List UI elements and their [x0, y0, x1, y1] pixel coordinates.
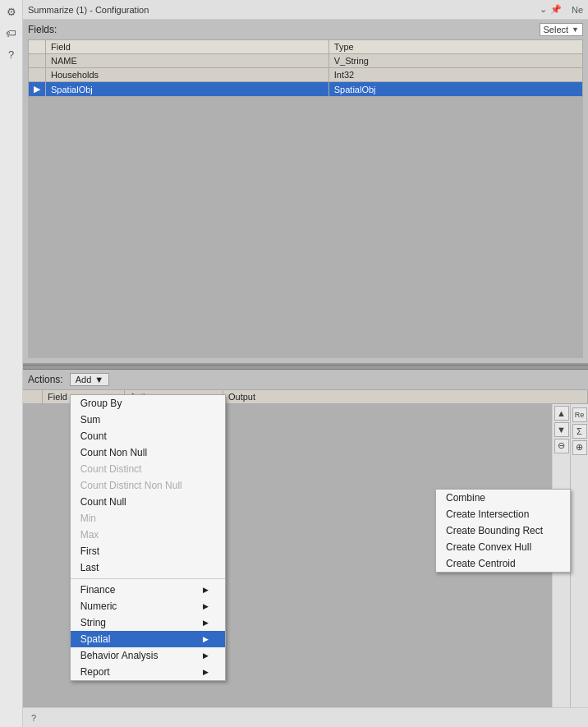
add-dropdown-container: Add ▼ Group By Sum Count: [70, 373, 109, 386]
col-field-header: Field: [46, 40, 329, 54]
submenu-arrow-icon: ▶: [203, 586, 209, 594]
field-type: SpatialObj: [328, 82, 582, 97]
re-panel: Re Σ ⊕: [570, 404, 588, 708]
menu-item-sum[interactable]: Sum: [71, 412, 225, 428]
field-name: Households: [46, 68, 329, 82]
dropdown-arrow-icon: ▼: [572, 25, 579, 34]
row-arrow: [29, 54, 46, 68]
spatial-menu-create-centroid[interactable]: Create Centroid: [436, 555, 570, 572]
menu-item-count-non-null[interactable]: Count Non Null: [71, 444, 225, 461]
re-icon[interactable]: Re: [572, 407, 587, 422]
table-row[interactable]: NAME V_String: [29, 54, 583, 68]
menu-item-finance[interactable]: Finance ▶: [71, 582, 225, 598]
col-type-header: Type: [328, 40, 582, 54]
submenu-arrow-icon: ▶: [203, 602, 209, 610]
add-label: Add: [76, 375, 92, 384]
actions-header: Actions: Add ▼ Group By Sum: [23, 373, 588, 389]
actions-label: Actions:: [28, 374, 63, 385]
field-name: SpatialObj: [46, 82, 329, 97]
chevron-down-icon[interactable]: ⌄: [540, 4, 547, 15]
fields-header: Fields: Select ▼: [28, 23, 583, 36]
spatial-submenu: Combine Create Intersection Create Bound…: [435, 489, 571, 573]
ne-label: Ne: [572, 5, 583, 15]
menu-separator-1: [71, 578, 225, 579]
col-arrow-header: [29, 40, 46, 54]
fields-section: Fields: Select ▼ Field Type: [23, 20, 588, 365]
gear-icon[interactable]: ⚙: [3, 3, 20, 20]
spatial-menu-create-convex-hull[interactable]: Create Convex Hull: [436, 539, 570, 555]
menu-item-string[interactable]: String ▶: [71, 614, 225, 631]
add-icon[interactable]: ⊕: [572, 440, 587, 455]
submenu-arrow-icon: ▶: [203, 635, 209, 643]
spatial-menu-create-bounding-rect[interactable]: Create Bounding Rect: [436, 522, 570, 539]
table-row-selected[interactable]: ▶ SpatialObj SpatialObj: [29, 82, 583, 97]
col-output-header: Output: [223, 390, 588, 403]
left-sidebar: ⚙ 🏷 ?: [0, 0, 23, 727]
menu-item-min: Min: [71, 510, 225, 527]
menu-item-count-distinct: Count Distinct: [71, 461, 225, 477]
menu-item-max: Max: [71, 527, 225, 543]
add-button[interactable]: Add ▼: [70, 373, 109, 386]
move-down-icon[interactable]: ▼: [554, 422, 569, 437]
remove-icon[interactable]: ⊖: [554, 439, 569, 453]
field-type: V_String: [328, 54, 582, 68]
menu-item-first[interactable]: First: [71, 543, 225, 559]
select-dropdown[interactable]: Select ▼: [540, 23, 584, 36]
submenu-arrow-icon: ▶: [203, 619, 209, 627]
bottom-help-icon[interactable]: ?: [26, 711, 41, 725]
content-area: Summarize (1) - Configuration ⌄ 📌 Ne Fie…: [23, 0, 588, 727]
fields-gray-area: [28, 97, 583, 358]
bottom-bar: ?: [23, 707, 588, 727]
fields-label: Fields:: [28, 24, 57, 35]
fields-table: Field Type NAME V_String Households Int3…: [28, 39, 583, 97]
field-name: NAME: [46, 54, 329, 68]
menu-item-count[interactable]: Count: [71, 428, 225, 444]
sigma-icon[interactable]: Σ: [572, 424, 587, 439]
title-bar: Summarize (1) - Configuration ⌄ 📌 Ne: [23, 0, 588, 20]
title-bar-icons: ⌄ 📌 Ne: [540, 4, 583, 15]
menu-item-group-by[interactable]: Group By: [71, 395, 225, 412]
main-panel: ⚙ 🏷 ? Summarize (1) - Configuration ⌄ 📌 …: [0, 0, 588, 727]
submenu-arrow-icon: ▶: [203, 668, 209, 676]
spatial-menu-create-intersection[interactable]: Create Intersection: [436, 506, 570, 522]
menu-item-last[interactable]: Last: [71, 559, 225, 576]
field-type: Int32: [328, 68, 582, 82]
table-row[interactable]: Households Int32: [29, 68, 583, 82]
submenu-arrow-icon: ▶: [203, 651, 209, 660]
move-up-icon[interactable]: ▲: [554, 406, 569, 421]
pin-icon[interactable]: 📌: [550, 4, 562, 15]
help-icon[interactable]: ?: [3, 46, 20, 62]
menu-item-count-distinct-non-null: Count Distinct Non Null: [71, 477, 225, 494]
add-dropdown-arrow-icon: ▼: [94, 375, 103, 384]
menu-item-report[interactable]: Report ▶: [71, 664, 225, 680]
row-arrow: ▶: [29, 82, 46, 97]
add-dropdown-menu: Group By Sum Count Count Non Null Count: [70, 394, 226, 681]
menu-item-spatial[interactable]: Spatial ▶: [71, 631, 225, 647]
menu-item-behavior-analysis[interactable]: Behavior Analysis ▶: [71, 647, 225, 664]
menu-item-count-null[interactable]: Count Null: [71, 494, 225, 510]
select-label: Select: [544, 25, 569, 35]
menu-item-numeric[interactable]: Numeric ▶: [71, 598, 225, 614]
col-checkbox: [23, 390, 43, 403]
tag-icon[interactable]: 🏷: [3, 25, 20, 41]
spatial-menu-combine[interactable]: Combine: [436, 490, 570, 506]
row-arrow: [29, 68, 46, 82]
window-title: Summarize (1) - Configuration: [28, 5, 149, 15]
